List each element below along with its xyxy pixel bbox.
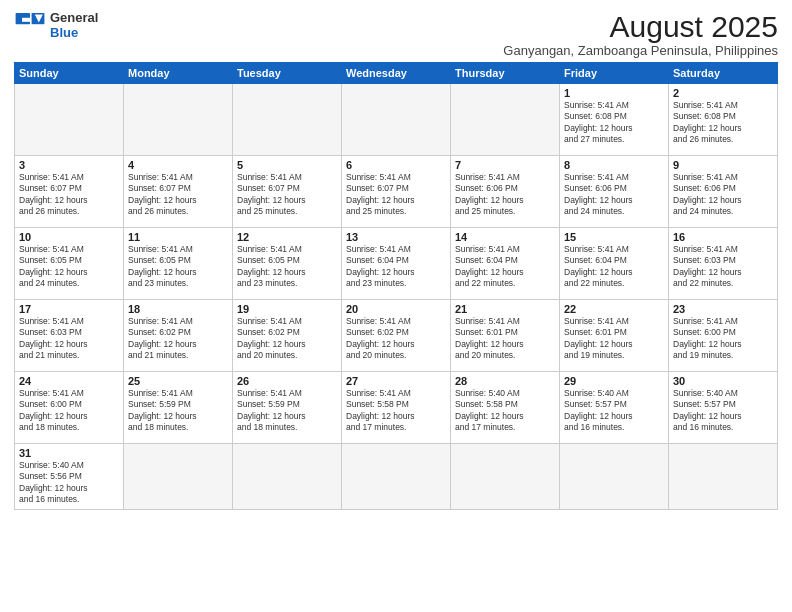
calendar-cell <box>560 444 669 510</box>
day-info: Sunrise: 5:41 AM Sunset: 6:05 PM Dayligh… <box>128 244 228 290</box>
calendar-header-saturday: Saturday <box>669 63 778 84</box>
calendar-cell: 31Sunrise: 5:40 AM Sunset: 5:56 PM Dayli… <box>15 444 124 510</box>
calendar-cell <box>15 84 124 156</box>
day-number: 15 <box>564 231 664 243</box>
calendar-cell: 10Sunrise: 5:41 AM Sunset: 6:05 PM Dayli… <box>15 228 124 300</box>
calendar-cell: 1Sunrise: 5:41 AM Sunset: 6:08 PM Daylig… <box>560 84 669 156</box>
calendar-cell: 29Sunrise: 5:40 AM Sunset: 5:57 PM Dayli… <box>560 372 669 444</box>
day-number: 29 <box>564 375 664 387</box>
calendar-cell: 7Sunrise: 5:41 AM Sunset: 6:06 PM Daylig… <box>451 156 560 228</box>
day-number: 4 <box>128 159 228 171</box>
calendar-cell: 17Sunrise: 5:41 AM Sunset: 6:03 PM Dayli… <box>15 300 124 372</box>
calendar-week-2: 3Sunrise: 5:41 AM Sunset: 6:07 PM Daylig… <box>15 156 778 228</box>
day-info: Sunrise: 5:40 AM Sunset: 5:57 PM Dayligh… <box>564 388 664 434</box>
calendar-cell: 6Sunrise: 5:41 AM Sunset: 6:07 PM Daylig… <box>342 156 451 228</box>
calendar-week-3: 10Sunrise: 5:41 AM Sunset: 6:05 PM Dayli… <box>15 228 778 300</box>
day-info: Sunrise: 5:40 AM Sunset: 5:57 PM Dayligh… <box>673 388 773 434</box>
month-title: August 2025 <box>503 10 778 43</box>
day-info: Sunrise: 5:41 AM Sunset: 6:07 PM Dayligh… <box>346 172 446 218</box>
calendar-cell: 28Sunrise: 5:40 AM Sunset: 5:58 PM Dayli… <box>451 372 560 444</box>
calendar-cell: 9Sunrise: 5:41 AM Sunset: 6:06 PM Daylig… <box>669 156 778 228</box>
calendar-cell <box>451 444 560 510</box>
calendar-cell: 15Sunrise: 5:41 AM Sunset: 6:04 PM Dayli… <box>560 228 669 300</box>
day-number: 16 <box>673 231 773 243</box>
day-number: 12 <box>237 231 337 243</box>
calendar-cell: 30Sunrise: 5:40 AM Sunset: 5:57 PM Dayli… <box>669 372 778 444</box>
day-number: 30 <box>673 375 773 387</box>
day-info: Sunrise: 5:41 AM Sunset: 6:04 PM Dayligh… <box>346 244 446 290</box>
day-number: 20 <box>346 303 446 315</box>
day-info: Sunrise: 5:41 AM Sunset: 6:05 PM Dayligh… <box>19 244 119 290</box>
calendar-header-thursday: Thursday <box>451 63 560 84</box>
calendar-cell: 18Sunrise: 5:41 AM Sunset: 6:02 PM Dayli… <box>124 300 233 372</box>
title-area: August 2025 Ganyangan, Zamboanga Peninsu… <box>503 10 778 58</box>
day-number: 2 <box>673 87 773 99</box>
calendar-cell <box>669 444 778 510</box>
calendar-cell: 25Sunrise: 5:41 AM Sunset: 5:59 PM Dayli… <box>124 372 233 444</box>
day-number: 10 <box>19 231 119 243</box>
day-info: Sunrise: 5:41 AM Sunset: 6:08 PM Dayligh… <box>673 100 773 146</box>
calendar-cell: 23Sunrise: 5:41 AM Sunset: 6:00 PM Dayli… <box>669 300 778 372</box>
day-number: 28 <box>455 375 555 387</box>
logo-text: General Blue <box>50 10 98 40</box>
day-number: 27 <box>346 375 446 387</box>
day-info: Sunrise: 5:41 AM Sunset: 6:03 PM Dayligh… <box>19 316 119 362</box>
calendar-week-6: 31Sunrise: 5:40 AM Sunset: 5:56 PM Dayli… <box>15 444 778 510</box>
calendar-cell <box>233 444 342 510</box>
day-info: Sunrise: 5:41 AM Sunset: 6:06 PM Dayligh… <box>455 172 555 218</box>
calendar-cell <box>124 444 233 510</box>
day-info: Sunrise: 5:41 AM Sunset: 6:08 PM Dayligh… <box>564 100 664 146</box>
calendar-table: SundayMondayTuesdayWednesdayThursdayFrid… <box>14 62 778 510</box>
day-info: Sunrise: 5:41 AM Sunset: 6:06 PM Dayligh… <box>564 172 664 218</box>
logo-area: General Blue <box>14 10 98 40</box>
day-info: Sunrise: 5:41 AM Sunset: 6:07 PM Dayligh… <box>19 172 119 218</box>
calendar-cell: 3Sunrise: 5:41 AM Sunset: 6:07 PM Daylig… <box>15 156 124 228</box>
calendar-cell: 26Sunrise: 5:41 AM Sunset: 5:59 PM Dayli… <box>233 372 342 444</box>
day-info: Sunrise: 5:41 AM Sunset: 6:02 PM Dayligh… <box>237 316 337 362</box>
day-info: Sunrise: 5:41 AM Sunset: 6:00 PM Dayligh… <box>19 388 119 434</box>
calendar-header-wednesday: Wednesday <box>342 63 451 84</box>
calendar-cell: 22Sunrise: 5:41 AM Sunset: 6:01 PM Dayli… <box>560 300 669 372</box>
day-number: 7 <box>455 159 555 171</box>
day-info: Sunrise: 5:41 AM Sunset: 6:06 PM Dayligh… <box>673 172 773 218</box>
calendar-cell <box>124 84 233 156</box>
day-info: Sunrise: 5:41 AM Sunset: 6:04 PM Dayligh… <box>564 244 664 290</box>
calendar-cell: 4Sunrise: 5:41 AM Sunset: 6:07 PM Daylig… <box>124 156 233 228</box>
calendar-cell <box>342 84 451 156</box>
day-info: Sunrise: 5:41 AM Sunset: 6:02 PM Dayligh… <box>128 316 228 362</box>
day-info: Sunrise: 5:41 AM Sunset: 5:59 PM Dayligh… <box>128 388 228 434</box>
calendar-cell: 19Sunrise: 5:41 AM Sunset: 6:02 PM Dayli… <box>233 300 342 372</box>
calendar-cell: 16Sunrise: 5:41 AM Sunset: 6:03 PM Dayli… <box>669 228 778 300</box>
day-number: 19 <box>237 303 337 315</box>
calendar-cell <box>233 84 342 156</box>
calendar-header-sunday: Sunday <box>15 63 124 84</box>
page: General Blue August 2025 Ganyangan, Zamb… <box>0 0 792 612</box>
day-info: Sunrise: 5:41 AM Sunset: 6:05 PM Dayligh… <box>237 244 337 290</box>
calendar-cell <box>342 444 451 510</box>
calendar-week-4: 17Sunrise: 5:41 AM Sunset: 6:03 PM Dayli… <box>15 300 778 372</box>
day-number: 22 <box>564 303 664 315</box>
day-number: 26 <box>237 375 337 387</box>
location-title: Ganyangan, Zamboanga Peninsula, Philippi… <box>503 43 778 58</box>
day-info: Sunrise: 5:41 AM Sunset: 6:04 PM Dayligh… <box>455 244 555 290</box>
day-info: Sunrise: 5:40 AM Sunset: 5:58 PM Dayligh… <box>455 388 555 434</box>
calendar-cell: 21Sunrise: 5:41 AM Sunset: 6:01 PM Dayli… <box>451 300 560 372</box>
calendar-header-row: SundayMondayTuesdayWednesdayThursdayFrid… <box>15 63 778 84</box>
day-number: 5 <box>237 159 337 171</box>
day-info: Sunrise: 5:41 AM Sunset: 6:03 PM Dayligh… <box>673 244 773 290</box>
calendar-cell: 2Sunrise: 5:41 AM Sunset: 6:08 PM Daylig… <box>669 84 778 156</box>
day-number: 13 <box>346 231 446 243</box>
day-info: Sunrise: 5:41 AM Sunset: 6:07 PM Dayligh… <box>237 172 337 218</box>
calendar-cell: 8Sunrise: 5:41 AM Sunset: 6:06 PM Daylig… <box>560 156 669 228</box>
day-info: Sunrise: 5:41 AM Sunset: 6:02 PM Dayligh… <box>346 316 446 362</box>
calendar-header-friday: Friday <box>560 63 669 84</box>
day-number: 9 <box>673 159 773 171</box>
day-number: 31 <box>19 447 119 459</box>
calendar-cell: 5Sunrise: 5:41 AM Sunset: 6:07 PM Daylig… <box>233 156 342 228</box>
day-number: 18 <box>128 303 228 315</box>
day-number: 11 <box>128 231 228 243</box>
calendar-week-5: 24Sunrise: 5:41 AM Sunset: 6:00 PM Dayli… <box>15 372 778 444</box>
day-number: 3 <box>19 159 119 171</box>
day-info: Sunrise: 5:41 AM Sunset: 6:00 PM Dayligh… <box>673 316 773 362</box>
day-number: 23 <box>673 303 773 315</box>
